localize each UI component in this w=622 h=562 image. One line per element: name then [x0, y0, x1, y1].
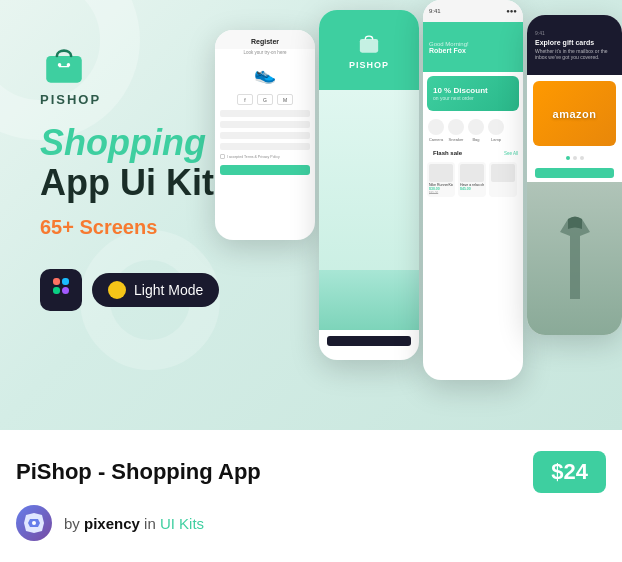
register-subtitle: Look your try-on here	[215, 49, 315, 56]
author-name[interactable]: pixency	[84, 515, 140, 532]
svg-point-10	[32, 521, 36, 525]
author-prefix: by	[64, 515, 80, 532]
signal-icons: ●●●	[506, 8, 517, 14]
giftcard-time: 9:41	[535, 30, 614, 36]
category-row: Camera Sneaker Bag Lamp	[423, 115, 523, 146]
author-row: by pixency in UI Kits	[16, 505, 606, 541]
user-name: Robert Fox	[429, 47, 517, 54]
category-bag[interactable]: Bag	[468, 119, 484, 142]
product-2-image	[460, 164, 484, 182]
camera-label: Camera	[429, 137, 443, 142]
terms-checkbox[interactable]	[220, 154, 225, 159]
phone-explore-screen: PISHOP	[319, 10, 419, 360]
dot-3	[580, 156, 584, 160]
heading-line1: Shopping	[40, 123, 230, 163]
register-btn[interactable]	[220, 165, 310, 175]
phone-shopping: 9:41 ●●● Good Morning! Robert Fox 10 % D…	[423, 0, 523, 380]
author-avatar	[16, 505, 52, 541]
screens-badge: 65+ Screens	[40, 216, 230, 239]
phone-field	[220, 121, 310, 128]
terms-row: I accepted Terms & Privacy Policy	[220, 154, 310, 159]
discount-text: 10 % Discount	[433, 86, 513, 95]
svg-rect-0	[46, 56, 82, 83]
dress-image	[527, 182, 622, 335]
phone-explore: PISHOP	[319, 10, 419, 360]
svg-rect-6	[53, 287, 60, 294]
sneaker-label: Sneaker	[449, 137, 464, 142]
shoe-area: 👟	[215, 56, 315, 91]
product-title: PiShop - Shopping App	[16, 459, 261, 485]
product-1[interactable]: Nike RunnerKick $30.00 $45.00	[427, 162, 455, 197]
category-sneaker[interactable]: Sneaker	[448, 119, 464, 142]
product-2[interactable]: Have a relax chair $45.00	[458, 162, 486, 197]
register-title: Register	[215, 30, 315, 49]
see-all-link[interactable]: See All	[504, 151, 518, 156]
giftcard-header: 9:41 Explore gift cards Whether it's in …	[527, 15, 622, 75]
category-link[interactable]: UI Kits	[160, 515, 204, 532]
phone-register-screen: Register Look your try-on here 👟 f G M	[215, 30, 315, 240]
discount-sub: on your next order	[433, 95, 513, 101]
heading-line2: App Ui Kit	[40, 163, 230, 203]
phone2-logo: PISHOP	[349, 60, 389, 70]
phone-giftcards: 9:41 Explore gift cards Whether it's in …	[527, 15, 622, 335]
giftcard-subtitle: Whether it's in the mailbox or the inbox…	[535, 48, 614, 60]
giftcard-title: Explore gift cards	[535, 39, 614, 46]
logo-area: PISHOP	[40, 40, 230, 107]
author-middle: in	[144, 515, 156, 532]
bottom-section: PiShop - Shopping App $24 by pixency in …	[0, 430, 622, 562]
password-field	[220, 143, 310, 150]
google-btn[interactable]: G	[257, 94, 273, 105]
dot-1	[566, 156, 570, 160]
lamp-icon	[488, 119, 504, 135]
facebook-btn[interactable]: f	[237, 94, 253, 105]
product-card: PISHOP Shopping App Ui Kit 65+ Screens	[0, 0, 622, 562]
flash-sale-header: Flash sale See All	[423, 146, 523, 160]
product-1-image	[429, 164, 453, 182]
product-3-image	[491, 164, 515, 182]
category-lamp[interactable]: Lamp	[488, 119, 504, 142]
svg-rect-9	[360, 39, 378, 53]
author-meta: by pixency in UI Kits	[64, 515, 204, 532]
figma-icon	[51, 276, 71, 304]
svg-point-7	[62, 287, 69, 294]
product-row: Nike RunnerKick $30.00 $45.00 Have a rel…	[423, 160, 523, 199]
logo-text: PISHOP	[40, 92, 101, 107]
category-camera[interactable]: Camera	[428, 119, 444, 142]
sun-icon	[108, 281, 126, 299]
shoe-icon: 👟	[254, 63, 276, 85]
phone-register: Register Look your try-on here 👟 f G M	[215, 30, 315, 240]
time-display: 9:41	[429, 8, 441, 14]
camera-icon	[428, 119, 444, 135]
email-field	[220, 110, 310, 117]
sneaker-icon	[448, 119, 464, 135]
explore-header: PISHOP	[319, 10, 419, 90]
product-2-price: $45.00	[460, 187, 484, 191]
phone-shopping-screen: 9:41 ●●● Good Morning! Robert Fox 10 % D…	[423, 0, 523, 380]
next-btn[interactable]	[535, 168, 614, 178]
price-badge: $24	[533, 451, 606, 493]
flash-sale-title: Flash sale	[428, 148, 467, 158]
product-1-original-price: $45.00	[429, 191, 453, 195]
svg-rect-5	[62, 278, 69, 285]
discount-card[interactable]: 10 % Discount on your next order	[427, 76, 519, 111]
status-bar: 9:41 ●●●	[423, 0, 523, 22]
amazon-card[interactable]: amazon	[533, 81, 616, 146]
lamp-label: Lamp	[491, 137, 501, 142]
light-mode-label: Light Mode	[134, 282, 203, 298]
phones-container: Register Look your try-on here 👟 f G M	[215, 0, 622, 430]
explore-btn[interactable]	[327, 336, 411, 346]
preview-section: PISHOP Shopping App Ui Kit 65+ Screens	[0, 0, 622, 430]
light-mode-button[interactable]: Light Mode	[92, 273, 219, 307]
button-row: Light Mode	[40, 269, 230, 311]
svg-rect-4	[53, 278, 60, 285]
explore-body	[319, 90, 419, 330]
country-field	[220, 132, 310, 139]
social-buttons-row: f G M	[215, 94, 315, 105]
explore-spacer	[319, 352, 419, 360]
mail-btn[interactable]: M	[277, 94, 293, 105]
product-3[interactable]	[489, 162, 517, 197]
explore-gradient-strip	[319, 270, 419, 330]
figma-button[interactable]	[40, 269, 82, 311]
pishop-logo-icon	[40, 40, 88, 88]
carousel-dots	[527, 156, 622, 160]
